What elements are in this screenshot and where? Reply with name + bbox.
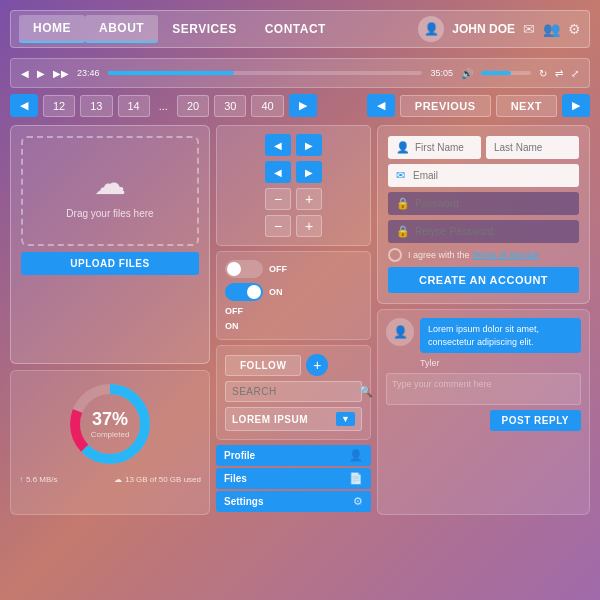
first-name-field: 👤 [388,136,481,159]
navbar: HOME ABOUT SERVICES CONTACT 👤 JOHN DOE ✉… [10,10,590,48]
media-progress-fill [108,71,234,75]
page-next-arrow[interactable]: ▶ [289,94,317,117]
dropdown-row[interactable]: LOREM IPSUM ▼ [225,407,362,431]
gear-icon[interactable]: ⚙ [568,21,581,37]
menu-files-label: Files [224,473,247,484]
create-account-button[interactable]: CREATE AN ACCOUNT [388,267,579,293]
envelope-icon[interactable]: ✉ [523,21,535,37]
search-row[interactable]: 🔍 [225,381,362,402]
media-progress-bar[interactable] [108,71,423,75]
fullscreen-icon[interactable]: ⤢ [571,68,579,79]
next-arrow-small[interactable]: ▶ [562,94,590,117]
page-30[interactable]: 30 [214,95,246,117]
plus-minus-row1: − + [225,188,362,210]
cloud-icon: ☁ [94,164,126,202]
volume-bar[interactable] [481,71,531,75]
center-panel: ◀ ▶ ◀ ▶ − + − + OFF [216,125,371,515]
search-input[interactable] [232,386,359,397]
page-20[interactable]: 20 [177,95,209,117]
follow-section: FOLLOW + 🔍 LOREM IPSUM ▼ [216,345,371,440]
next-button[interactable]: NEXT [496,95,557,117]
page-13[interactable]: 13 [80,95,112,117]
toggle-label-2: ON [269,287,283,297]
menu-item-settings[interactable]: Settings ⚙ [216,491,371,512]
toggle-switch-1[interactable] [225,260,263,278]
comment-section: 👤 Lorem ipsum dolor sit amet, consectetu… [377,309,590,515]
settings-icon: ⚙ [353,495,363,508]
drag-text: Drag your files here [66,208,153,219]
arrow-right-btn[interactable]: ▶ [296,134,322,156]
menu-item-files[interactable]: Files 📄 [216,468,371,489]
terms-text: I agree with the Terms of Service [408,250,539,260]
follow-row: FOLLOW + [225,354,362,376]
page-dots: ... [155,100,172,112]
last-name-field [486,136,579,159]
arrow-row-mid: ◀ ▶ [225,161,362,183]
toggle-knob-1 [227,262,241,276]
play-prev-btn[interactable]: ◀ [21,68,29,79]
donut-label: 37% Completed [91,409,130,439]
upload-dropzone[interactable]: ☁ Drag your files here [21,136,199,246]
plus-btn1[interactable]: + [296,188,322,210]
prev-arrow-small[interactable]: ◀ [367,94,395,117]
nav-item-contact[interactable]: CONTACT [251,16,340,42]
page-prev-arrow[interactable]: ◀ [10,94,38,117]
post-reply-button[interactable]: POST REPLY [490,410,581,431]
first-name-input[interactable] [415,142,473,153]
donut-chart: 37% Completed [65,379,155,469]
retype-password-field: 🔒 [388,220,579,243]
password-input[interactable] [415,198,571,209]
prev-next-controls: ◀ PREVIOUS NEXT ▶ [367,94,590,117]
upload-box: ☁ Drag your files here UPLOAD FILES [10,125,210,364]
retype-password-input[interactable] [415,226,571,237]
lock-icon: 🔒 [396,197,410,210]
lock2-icon: 🔒 [396,225,410,238]
toggle-switch-2[interactable] [225,283,263,301]
plus-btn2[interactable]: + [296,215,322,237]
storage-label: 13 GB of 50 GB used [125,475,201,484]
arrow-left-btn[interactable]: ◀ [265,134,291,156]
users-icon[interactable]: 👥 [543,21,560,37]
pagination-bar: ◀ 12 13 14 ... 20 30 40 ▶ ◀ PREVIOUS NEX… [10,94,590,117]
last-name-input[interactable] [494,142,571,153]
toggle-row-2: ON [225,283,362,301]
person-icon: 👤 [396,141,410,154]
comment-text: Lorem ipsum dolor sit amet, consectetur … [420,318,581,353]
volume-fill [481,71,511,75]
shuffle-icon[interactable]: ⇌ [555,68,563,79]
fast-forward-btn[interactable]: ▶▶ [53,68,69,79]
media-player-bar: ◀ ▶ ▶▶ 23:46 35:05 🔊 ↻ ⇌ ⤢ [10,58,590,88]
page-12[interactable]: 12 [43,95,75,117]
arrow-right2-btn[interactable]: ▶ [296,161,322,183]
left-panel: ☁ Drag your files here UPLOAD FILES 37% … [10,125,210,515]
nav-item-services[interactable]: SERVICES [158,16,250,42]
current-time: 23:46 [77,68,100,78]
email-input[interactable] [413,170,571,181]
follow-button[interactable]: FOLLOW [225,355,301,376]
toggle-label-1: OFF [269,264,287,274]
follow-plus-icon[interactable]: + [306,354,328,376]
terms-link[interactable]: Terms of Service [472,250,539,260]
total-time: 35:05 [430,68,453,78]
page-40[interactable]: 40 [251,95,283,117]
play-btn[interactable]: ▶ [37,68,45,79]
nav-item-about[interactable]: ABOUT [85,15,158,43]
previous-button[interactable]: PREVIOUS [400,95,491,117]
menu-item-profile[interactable]: Profile 👤 [216,445,371,466]
toggles-section: OFF ON OFF ON [216,251,371,340]
toggle-row-1: OFF [225,260,362,278]
volume-icon[interactable]: 🔊 [461,68,473,79]
minus-btn2[interactable]: − [265,215,291,237]
comment-input[interactable]: Type your comment here [386,373,581,405]
right-panel: 👤 ✉ 🔒 🔒 I agr [377,125,590,515]
arrow-controls: ◀ ▶ ◀ ▶ − + − + [216,125,371,246]
page-14[interactable]: 14 [118,95,150,117]
terms-checkbox[interactable] [388,248,402,262]
toggle-row-3: OFF [225,306,362,316]
upload-button[interactable]: UPLOAD FILES [21,252,199,275]
minus-btn1[interactable]: − [265,188,291,210]
nav-item-home[interactable]: HOME [19,15,85,43]
password-field: 🔒 [388,192,579,215]
arrow-left2-btn[interactable]: ◀ [265,161,291,183]
repeat-icon[interactable]: ↻ [539,68,547,79]
